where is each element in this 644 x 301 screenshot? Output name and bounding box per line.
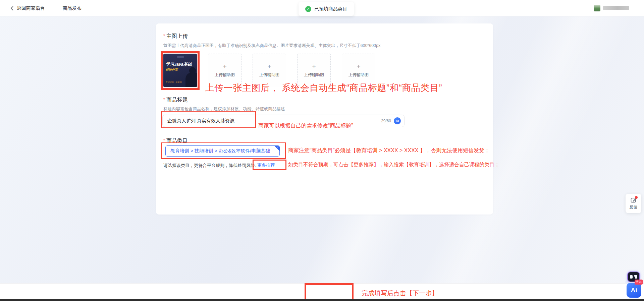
- feedback-label: 反馈: [630, 204, 638, 210]
- image-upload-row: 学习Java基础 经验分享 主讲讲师：吴老师 + 上传辅助图 + 上传辅助图 +…: [163, 54, 375, 87]
- ai-assistant-widget[interactable]: 待办 Ai: [626, 270, 643, 299]
- main-image-hint: 首图需上传高清商品正面图，有助于准确识别及填充商品信息。图片要求清晰美观、主体突…: [163, 43, 380, 49]
- notification-dot: [635, 196, 638, 199]
- plus-icon: +: [223, 63, 227, 70]
- person-silhouette: [185, 72, 197, 87]
- plus-icon: +: [312, 63, 316, 70]
- required-mark: *: [163, 138, 165, 143]
- thumb-title: 学习Java基础: [166, 62, 192, 67]
- thumb-subtitle: 经验分享: [166, 68, 178, 72]
- plus-icon: +: [267, 63, 271, 70]
- upload-aux-image-slot[interactable]: + 上传辅助图: [342, 54, 375, 87]
- annotation-category-must-text: 商家注意“商品类目”必须是【教育培训 > XXXX > XXXX 】，否则无法使…: [288, 147, 490, 154]
- account-menu[interactable]: [594, 5, 629, 11]
- category-select[interactable]: 教育培训 > 技能培训 > 办公&效率软件/电脑基础 ✓: [165, 145, 280, 157]
- product-title-label: * 商品标题: [163, 97, 188, 104]
- ai-generate-icon[interactable]: AI: [394, 117, 401, 124]
- feedback-button[interactable]: 反馈: [626, 194, 641, 213]
- check-circle-icon: ✓: [305, 6, 311, 12]
- prefill-badge-label: 已预填商品类目: [314, 6, 347, 12]
- product-title-input[interactable]: [167, 118, 381, 124]
- upload-aux-image-slot[interactable]: + 上传辅助图: [297, 54, 331, 87]
- page-title: 商品发布: [63, 0, 82, 16]
- main-image-label: * 主图上传: [163, 33, 188, 40]
- uploaded-main-image[interactable]: 学习Java基础 经验分享 主讲讲师：吴老师: [163, 54, 197, 87]
- back-label: 返回商家后台: [17, 5, 45, 11]
- prefill-category-badge: ✓ 已预填商品类目: [299, 2, 354, 16]
- selected-check-icon: ✓: [276, 145, 279, 148]
- avatar: [594, 5, 600, 11]
- account-name-redacted: [603, 6, 629, 10]
- category-tip: 请选择该类目，更符合平台规则，降低处罚风险。: [163, 163, 259, 169]
- ai-entry-icon: Ai: [627, 283, 641, 298]
- edit-pencil-icon: [631, 197, 637, 203]
- topbar: 返回商家后台 商品发布 ✓ 已预填商品类目: [0, 0, 644, 16]
- category-label: * 商品类目: [163, 137, 188, 144]
- more-recommend-link[interactable]: 更多推荐: [257, 162, 275, 168]
- chevron-left-icon: [10, 6, 14, 11]
- product-title-field: 29/60 AI: [162, 115, 405, 127]
- product-title-hint: 标题内容需包含商品名称，建议添加材质、功能、特征或商品描述: [163, 106, 285, 112]
- required-mark: *: [163, 97, 165, 102]
- annotation-more-recommend-text: 如类目不符合预期，可点击【更多推荐】，输入搜索【教育培训】，选择适合自己课程的类…: [288, 162, 499, 168]
- char-counter: 29/60: [381, 119, 391, 123]
- plus-icon: +: [357, 63, 361, 70]
- upload-aux-image-slot[interactable]: + 上传辅助图: [253, 54, 286, 87]
- footer-bar: [0, 283, 644, 299]
- back-button[interactable]: 返回商家后台: [10, 0, 45, 16]
- todo-badge: 待办: [635, 280, 643, 285]
- thumb-footer: 主讲讲师：吴老师: [166, 81, 182, 84]
- upload-aux-image-slot[interactable]: + 上传辅助图: [208, 54, 241, 87]
- window-bottom-edge: [0, 299, 644, 301]
- product-form-card: * 主图上传 首图需上传高清商品正面图，有助于准确识别及填充商品信息。图片要求清…: [156, 23, 493, 215]
- category-value: 教育培训 > 技能培训 > 办公&效率软件/电脑基础: [170, 148, 270, 154]
- required-mark: *: [163, 34, 165, 38]
